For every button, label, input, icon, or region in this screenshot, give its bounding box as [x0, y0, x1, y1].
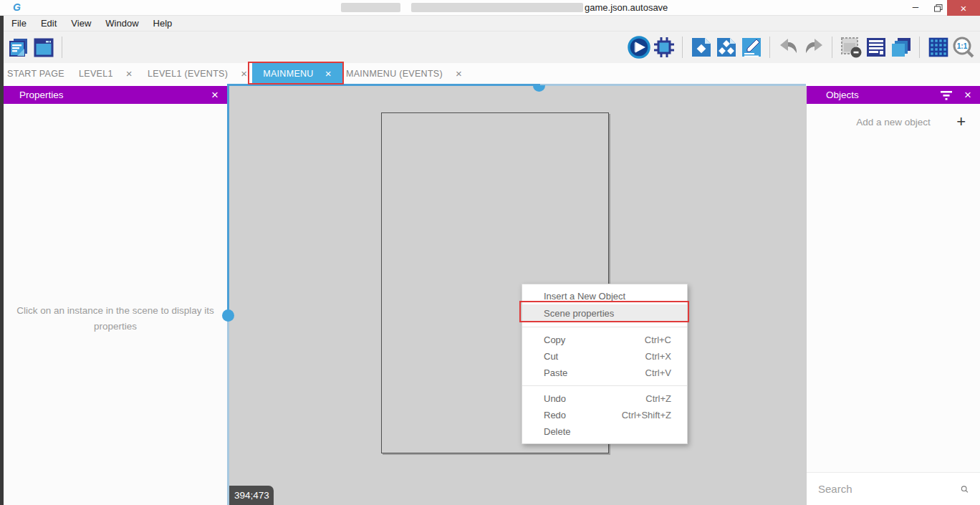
redacted-title-segment — [411, 3, 583, 12]
menu-bar: File Edit View Window Help — [0, 16, 980, 32]
properties-panel-header: Properties × — [4, 86, 227, 104]
cursor-coordinates-badge: 394;473 — [229, 486, 274, 505]
tab-bar: START PAGE LEVEL1 × LEVEL1 (EVENTS) × MA… — [0, 63, 980, 84]
menu-view[interactable]: View — [64, 16, 98, 32]
toolbar-separator — [832, 37, 832, 58]
search-bar — [807, 472, 980, 505]
tab-label: LEVEL1 — [79, 69, 113, 79]
tab-mainmenu-events[interactable]: MAINMENU (EVENTS) × — [346, 63, 462, 84]
menu-window[interactable]: Window — [98, 16, 145, 32]
toolbar-separator — [682, 37, 683, 58]
zoom-1-1-icon[interactable]: 1:1 — [951, 34, 976, 61]
grid-icon[interactable] — [926, 34, 951, 61]
add-object-row[interactable]: Add a new object + — [807, 110, 980, 134]
vertical-divider[interactable] — [227, 84, 229, 315]
objects-panel-title: Objects — [826, 90, 859, 100]
objects-editor-icon[interactable] — [688, 34, 714, 61]
horizontal-divider[interactable] — [540, 84, 806, 86]
tab-close-icon[interactable]: × — [126, 68, 133, 79]
toolbar-separator — [62, 37, 62, 58]
add-object-label: Add a new object — [807, 117, 980, 128]
tab-close-icon[interactable]: × — [241, 68, 247, 79]
debug-icon[interactable] — [651, 34, 676, 61]
search-icon[interactable] — [961, 482, 969, 496]
menu-item-undo[interactable]: Undo Ctrl+Z — [522, 390, 687, 407]
properties-panel-title: Properties — [19, 90, 64, 100]
zoom-level-label: 1:1 — [956, 42, 967, 50]
objects-panel: Objects × Add a new object + — [806, 86, 980, 505]
properties-hint-text: Click on an instance in the scene to dis… — [4, 303, 227, 335]
redo-icon[interactable] — [801, 34, 826, 61]
close-icon[interactable]: × — [211, 89, 218, 101]
objects-panel-header: Objects × — [807, 86, 980, 104]
gdevelop-logo-icon: G — [13, 1, 21, 13]
close-icon[interactable]: × — [964, 89, 971, 101]
vertical-divider[interactable] — [227, 315, 229, 505]
close-button[interactable]: × — [947, 0, 980, 16]
properties-panel: Properties × Click on an instance in the… — [4, 86, 227, 505]
toolbar-separator — [919, 37, 920, 58]
menu-item-paste[interactable]: Paste Ctrl+V — [522, 365, 687, 381]
menu-file[interactable]: File — [4, 16, 34, 32]
tab-mainmenu[interactable]: MAINMENU × — [252, 63, 342, 84]
menu-shortcut: Ctrl+C — [645, 335, 671, 345]
menu-item-label: Cut — [544, 351, 558, 362]
horizontal-divider[interactable] — [227, 84, 540, 86]
menu-separator — [522, 385, 687, 386]
objects-list-icon[interactable] — [863, 34, 888, 61]
toolbar: 1:1 — [0, 32, 980, 63]
menu-item-scene-properties[interactable]: Scene properties — [522, 304, 687, 322]
project-manager-icon[interactable] — [6, 34, 31, 61]
tab-label: MAINMENU — [263, 69, 313, 79]
play-icon[interactable] — [626, 34, 651, 61]
toolbar-separator — [769, 37, 770, 58]
layers-icon[interactable] — [888, 34, 913, 61]
menu-item-label: Copy — [544, 335, 565, 345]
undo-icon[interactable] — [776, 34, 801, 61]
menu-item-label: Scene properties — [544, 308, 614, 319]
menu-separator — [522, 327, 687, 327]
tab-start-page[interactable]: START PAGE — [7, 63, 64, 84]
menu-edit[interactable]: Edit — [34, 16, 64, 32]
menu-item-delete[interactable]: Delete — [522, 423, 687, 440]
background-window-edge — [0, 16, 4, 505]
menu-shortcut: Ctrl+Z — [645, 393, 671, 404]
menu-item-label: Delete — [544, 426, 571, 437]
restore-icon — [934, 4, 943, 12]
tab-close-icon[interactable]: × — [456, 68, 462, 79]
menu-help[interactable]: Help — [146, 16, 180, 32]
tab-close-icon[interactable]: × — [325, 68, 332, 79]
redacted-title-segment — [341, 3, 400, 12]
restore-button[interactable] — [928, 0, 948, 16]
properties-edit-icon[interactable] — [739, 34, 764, 61]
search-input[interactable] — [818, 483, 961, 495]
menu-item-redo[interactable]: Redo Ctrl+Shift+Z — [522, 407, 687, 423]
menu-shortcut: Ctrl+V — [645, 367, 671, 378]
filter-icon[interactable] — [940, 90, 953, 100]
context-menu: Insert a New Object Scene properties Cop… — [522, 284, 688, 444]
title-bar: G game.json.autosave – × — [0, 0, 980, 16]
tab-level1-events[interactable]: LEVEL1 (EVENTS) × — [148, 63, 247, 84]
menu-item-label: Undo — [544, 393, 566, 404]
window-title: game.json.autosave — [585, 2, 668, 13]
menu-shortcut: Ctrl+X — [645, 351, 671, 362]
menu-item-copy[interactable]: Copy Ctrl+C — [522, 332, 687, 348]
menu-item-cut[interactable]: Cut Ctrl+X — [522, 348, 687, 365]
menu-item-label: Insert a New Object — [544, 291, 625, 302]
menu-shortcut: Ctrl+Shift+Z — [622, 410, 671, 420]
start-page-icon[interactable] — [31, 34, 56, 61]
tab-label: START PAGE — [7, 69, 64, 79]
tab-label: MAINMENU (EVENTS) — [346, 69, 443, 79]
instances-list-icon[interactable] — [714, 34, 739, 61]
tab-label: LEVEL1 (EVENTS) — [148, 69, 228, 79]
menu-item-insert-new-object[interactable]: Insert a New Object — [522, 288, 687, 304]
plus-icon[interactable]: + — [956, 114, 966, 130]
tab-level1[interactable]: LEVEL1 × — [79, 63, 133, 84]
menu-item-label: Redo — [544, 410, 566, 420]
divider-drag-handle[interactable] — [222, 309, 234, 322]
mask-icon[interactable] — [838, 34, 863, 61]
menu-item-label: Paste — [544, 367, 567, 378]
minimize-button[interactable]: – — [905, 0, 926, 16]
